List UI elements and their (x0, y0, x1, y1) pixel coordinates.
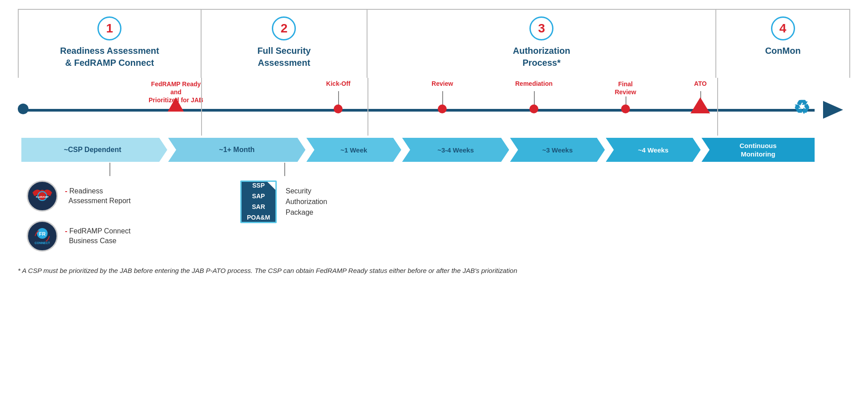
connector-line-1 (109, 163, 110, 176)
marker-dot-final-review (621, 104, 630, 113)
phase-1-title: Readiness Assessment& FedRAMP Connect (60, 45, 159, 69)
phase-3-col: 3 AuthorizationProcess* (367, 10, 716, 78)
duration-3weeks: ~3 Weeks (510, 138, 605, 162)
marker-dot-kickoff (334, 104, 343, 113)
readiness-label: - Readiness Assessment Report (65, 186, 131, 206)
footnote: * A CSP must be prioritized by the JAB b… (18, 265, 774, 277)
ssp-document-icon: SSP SAP SAR POA&M (240, 180, 277, 223)
bottom-section: FedRAMP - Readiness Assessment Report FR (27, 180, 850, 252)
timeline-sep-1-2 (201, 78, 202, 136)
svg-text:CONNECT: CONNECT (35, 241, 50, 245)
ssp-label: SecurityAuthorizationPackage (286, 186, 327, 218)
timeline-start-dot (18, 104, 28, 114)
milestone-label-ato: ATO (689, 80, 711, 87)
phase-4-title: ConMon (765, 45, 801, 57)
milestone-label-review: Review (427, 80, 458, 87)
bottom-left-items: FedRAMP - Readiness Assessment Report FR (27, 180, 169, 252)
timeline-container: FedRAMP Ready andPrioritized for JAB Kic… (18, 78, 850, 136)
duration-4weeks: ~4 Weeks (606, 138, 701, 162)
bottom-right-ssp: SSP SAP SAR POA&M SecurityAuthorizationP… (240, 180, 327, 223)
timeline-arrow (823, 101, 843, 119)
duration-1month: ~1+ Month (168, 138, 306, 162)
milestone-label-kickoff: Kick-Off (323, 80, 354, 87)
connector-line-2 (284, 163, 285, 176)
phase-1-number: 1 (97, 16, 121, 40)
phases-wrapper: 1 Readiness Assessment& FedRAMP Connect … (18, 9, 850, 78)
phase-3-number: 3 (529, 16, 553, 40)
milestone-label-final-review: FinalReview (608, 80, 643, 96)
bottom-item-fedramp-connect: FR CONNECT - FedRAMP Connect Business Ca… (27, 221, 169, 252)
recycle-icon: ♻ (793, 96, 810, 118)
fedramp-logo: FedRAMP (27, 180, 58, 212)
duration-1week: ~1 Week (307, 138, 401, 162)
phase-2-col: 2 Full SecurityAssessment (202, 10, 367, 78)
bottom-item-readiness: FedRAMP - Readiness Assessment Report (27, 180, 169, 212)
timeline-sep-3-4 (717, 78, 718, 136)
duration-csp: ~CSP Dependent (21, 138, 167, 162)
milestone-label-remediation: Remediation (509, 80, 558, 87)
phase-4-number: 4 (771, 16, 795, 40)
fedramp-connect-label: - FedRAMP Connect Business Case (65, 226, 130, 246)
duration-3-4weeks: ~3-4 Weeks (402, 138, 509, 162)
phase-3-title: AuthorizationProcess* (513, 45, 570, 69)
marker-triangle-ato (690, 97, 710, 113)
timeline-sep-2-3 (367, 78, 368, 136)
fedramp-connect-logo: FR CONNECT (27, 221, 58, 252)
phase-2-number: 2 (272, 16, 296, 40)
duration-conmon: ContinuousMonitoring (702, 138, 815, 162)
svg-text:FedRAMP: FedRAMP (36, 196, 48, 198)
duration-row: ~CSP Dependent ~1+ Month ~1 Week ~3-4 We… (21, 138, 815, 162)
phase-1-col: 1 Readiness Assessment& FedRAMP Connect (19, 10, 202, 78)
phase-2-title: Full SecurityAssessment (257, 45, 311, 69)
marker-dot-review (438, 104, 447, 113)
marker-triangle-fedramp (168, 97, 184, 112)
svg-text:FR: FR (39, 231, 46, 237)
marker-dot-remediation (529, 104, 538, 113)
phase-4-col: 4 ConMon (716, 10, 849, 78)
